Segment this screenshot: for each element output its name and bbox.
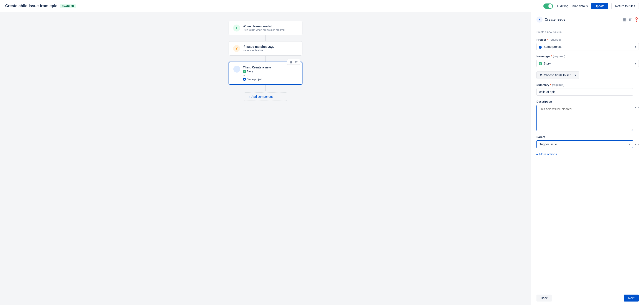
choose-fields-section: ⚙ Choose fields to set... ▾ xyxy=(536,72,639,79)
more-options-link[interactable]: ▸ More options xyxy=(536,152,639,156)
node-copy-button[interactable]: ▦ xyxy=(288,60,293,64)
panel-delete-icon[interactable]: 🗑 xyxy=(628,17,632,22)
issue-type-select-wrapper: S Story xyxy=(536,60,639,67)
action-content: Then: Create a new S Story in ● Same pro… xyxy=(243,66,298,81)
main-layout: + When: Issue created Rule is run when a… xyxy=(0,12,644,305)
project-required-star: * xyxy=(547,38,548,41)
trigger-title: When: Issue created xyxy=(243,24,298,28)
next-button[interactable]: Next xyxy=(624,294,639,302)
flow-container: + When: Issue created Rule is run when a… xyxy=(220,21,311,101)
issue-type-required-star: * xyxy=(551,55,552,58)
summary-required-star: * xyxy=(550,83,551,86)
description-textarea[interactable] xyxy=(536,105,633,131)
action-node[interactable]: ▦ 🗑 + Then: Create a new S Story in ● xyxy=(228,62,302,85)
app-header: Create child issue from epic ENABLED Aud… xyxy=(0,0,644,12)
more-options-chevron: ▸ xyxy=(536,152,538,156)
description-label: Description xyxy=(536,100,639,103)
panel-plus-icon: + xyxy=(536,16,542,22)
page-title: Create child issue from epic xyxy=(5,4,57,8)
panel-header: + Create issue ▦ 🗑 ❓ xyxy=(531,12,644,26)
add-component-label: Add component xyxy=(252,95,273,98)
panel-help-icon[interactable]: ❓ xyxy=(634,17,639,22)
project-section: Project * (required) ● Same project xyxy=(536,38,639,50)
add-component-plus-icon: + xyxy=(248,95,250,98)
action-story-label: Story xyxy=(247,70,253,73)
trigger-subtitle: Rule is run when an issue is created. xyxy=(243,28,298,32)
connector-2 xyxy=(265,56,266,62)
issue-type-section: Issue type * (required) S Story xyxy=(536,55,639,67)
choose-fields-button[interactable]: ⚙ Choose fields to set... ▾ xyxy=(536,72,579,79)
canvas: + When: Issue created Rule is run when a… xyxy=(0,12,531,305)
project-globe-icon: ● xyxy=(538,46,542,49)
action-icon: + xyxy=(233,66,240,72)
connector-3 xyxy=(265,85,266,91)
action-story-detail: S Story xyxy=(243,70,298,73)
action-project-detail: ● Same project xyxy=(243,78,298,81)
create-in-label: Create a new issue in: xyxy=(536,31,639,34)
summary-row: ⋯ xyxy=(536,88,639,96)
condition-title: If: Issue matches JQL xyxy=(243,45,298,48)
audit-log-link[interactable]: Audit log xyxy=(556,4,568,8)
enabled-toggle[interactable] xyxy=(544,4,553,9)
parent-section: Parent Trigger issue ⋯ xyxy=(536,135,639,148)
trigger-node[interactable]: + When: Issue created Rule is run when a… xyxy=(228,21,302,35)
project-select-wrapper: ● Same project xyxy=(536,43,639,50)
return-to-rules-button[interactable]: Return to rules xyxy=(612,3,639,9)
project-select-icon: ● xyxy=(538,45,542,49)
back-button[interactable]: Back xyxy=(536,294,552,302)
condition-node[interactable]: ? If: Issue matches JQL issuetype=featur… xyxy=(228,41,302,56)
project-field-label: Project * (required) xyxy=(536,38,639,41)
project-select[interactable]: Same project xyxy=(536,43,639,50)
summary-input[interactable] xyxy=(536,88,633,96)
summary-required-text: (required) xyxy=(552,83,564,86)
summary-more-options-icon[interactable]: ⋯ xyxy=(635,90,639,94)
issue-type-label: Issue type * (required) xyxy=(536,55,639,58)
connector-1 xyxy=(265,35,266,41)
action-title: Then: Create a new xyxy=(243,66,298,69)
parent-more-options-icon[interactable]: ⋯ xyxy=(635,142,639,147)
description-row: ⋯ xyxy=(536,105,639,131)
summary-section: Summary * (required) ⋯ xyxy=(536,83,639,96)
action-in-label: in xyxy=(243,74,298,77)
condition-content: If: Issue matches JQL issuetype=feature xyxy=(243,45,298,52)
story-icon: S xyxy=(243,70,246,73)
panel-body: Create a new issue in: Project * (requir… xyxy=(531,26,644,291)
issue-type-required-text: (required) xyxy=(553,55,565,58)
panel-footer: Back Next xyxy=(531,291,644,305)
gear-icon: ⚙ xyxy=(540,74,542,77)
panel-copy-icon[interactable]: ▦ xyxy=(623,17,626,22)
condition-icon: ? xyxy=(233,45,240,52)
condition-subtitle: issuetype=feature xyxy=(243,49,298,52)
issue-type-select[interactable]: Story xyxy=(536,60,639,67)
parent-row: Trigger issue ⋯ xyxy=(536,140,639,148)
panel-header-actions: ▦ 🗑 ❓ xyxy=(623,17,639,22)
panel-header-left: + Create issue xyxy=(536,16,565,22)
choose-fields-label: Choose fields to set... xyxy=(544,74,573,77)
choose-fields-chevron: ▾ xyxy=(574,74,576,77)
add-component-button[interactable]: + Add component xyxy=(244,92,287,101)
rule-details-link[interactable]: Rule details xyxy=(572,4,588,8)
panel-title: Create issue xyxy=(545,18,565,22)
parent-select[interactable]: Trigger issue xyxy=(536,140,633,148)
header-actions: Audit log Rule details Update Return to … xyxy=(544,3,639,9)
project-icon: ● xyxy=(243,78,246,81)
summary-field-label: Summary * (required) xyxy=(536,83,639,86)
node-delete-button[interactable]: 🗑 xyxy=(294,60,299,64)
description-more-options-icon[interactable]: ⋯ xyxy=(635,105,639,110)
enabled-badge: ENABLED xyxy=(60,4,76,8)
project-required-text: (required) xyxy=(548,38,561,41)
update-button[interactable]: Update xyxy=(591,3,608,9)
description-section: Description ⋯ xyxy=(536,100,639,131)
right-panel: + Create issue ▦ 🗑 ❓ Create a new issue … xyxy=(531,12,644,305)
action-project-label: Same project xyxy=(247,78,262,81)
trigger-icon: + xyxy=(233,24,240,32)
parent-label: Parent xyxy=(536,135,639,138)
story-type-icon: S xyxy=(538,62,542,66)
issue-type-icon: S xyxy=(538,62,542,66)
more-options-label: More options xyxy=(539,152,557,156)
trigger-content: When: Issue created Rule is run when an … xyxy=(243,24,298,32)
parent-select-wrapper: Trigger issue xyxy=(536,140,633,148)
create-in-section: Create a new issue in: xyxy=(536,31,639,34)
node-actions: ▦ 🗑 xyxy=(287,59,300,65)
